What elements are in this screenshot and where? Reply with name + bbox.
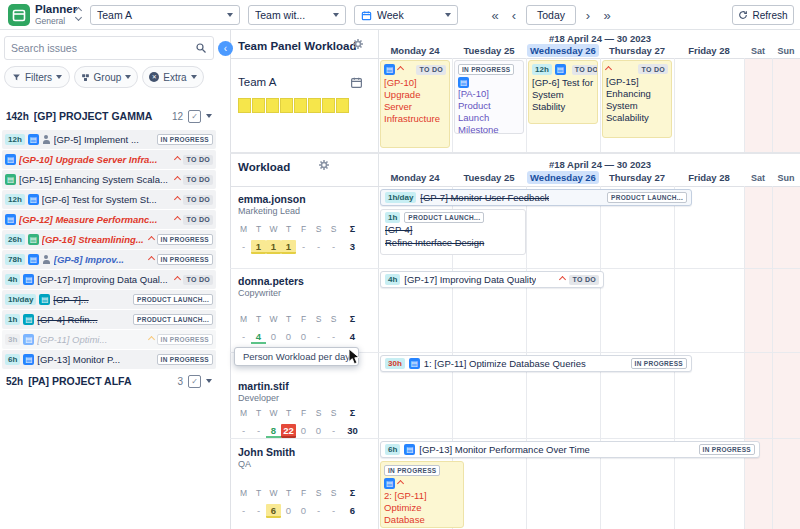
issue-summary: [GP-8] Improv... — [54, 254, 146, 265]
refresh-button[interactable]: Refresh — [732, 5, 794, 25]
priority-high-icon — [148, 236, 155, 243]
extra-icon: ✕ — [149, 72, 159, 82]
issue-row-gp4[interactable]: 1h ▤ [GP-4] Refin... PRODUCT LAUNCH... — [2, 310, 216, 329]
search-icon[interactable] — [195, 42, 207, 54]
extra-button[interactable]: ✕ Extra — [142, 66, 204, 88]
header-divider — [230, 186, 800, 187]
issue-summary: [GP-11] Optimi... — [37, 334, 145, 345]
project-header-gamma[interactable]: 142h [GP] PROJECT GAMMA 12 ✓ — [2, 106, 216, 126]
assignee-icon — [42, 135, 51, 144]
topbar: Planner General Team A Team wit... Week … — [0, 0, 800, 30]
status-badge: IN PROGRESS — [699, 444, 755, 455]
project-count: 3 — [177, 376, 183, 387]
team-panel-settings-gear-icon[interactable] — [352, 38, 364, 52]
issue-summary: [GP-17] Improving Data Qual... — [37, 274, 172, 285]
task-type-icon: ▤ — [409, 358, 420, 369]
status-badge: TO DO — [183, 215, 213, 225]
day-header-monday: Monday 24 — [378, 172, 452, 183]
status-badge: PRODUCT LAUNCH... — [133, 314, 213, 325]
task-card-gp15[interactable]: TO DO [GP-15] Enhancing System Scalabili… — [602, 60, 672, 138]
group-button[interactable]: Group — [74, 66, 138, 88]
chevron-down-icon — [227, 13, 233, 17]
task-bar-gp17[interactable]: 4h [GP-17] Improving Data Quality TO DO — [380, 271, 604, 288]
nav-last-button[interactable]: » — [598, 5, 616, 25]
today-button[interactable]: Today — [526, 5, 576, 25]
issue-summary: [GP-16] Streamlining... — [42, 234, 146, 245]
nav-next-button[interactable]: › — [580, 5, 596, 25]
issue-summary: [GP-4] Refin... — [37, 314, 130, 325]
priority-high-icon — [174, 216, 181, 223]
task-bar-gp7[interactable]: 1h/day [GP-7] Monitor User Feedback PROD… — [380, 189, 692, 206]
period-select[interactable]: Week — [354, 5, 458, 25]
person-name[interactable]: donna.peters — [238, 275, 304, 287]
team-row-label: Team A — [238, 76, 276, 88]
status-badge: IN PROGRESS — [157, 254, 213, 265]
priority-high-icon — [148, 256, 155, 263]
app-logo-icon[interactable] — [8, 4, 30, 26]
issue-row-gp7[interactable]: 1h/day ▤ [GP-7]... PRODUCT LAUNCH... — [2, 290, 216, 309]
issue-summary: [GP-5] Implement ... — [54, 134, 154, 145]
refresh-icon — [738, 10, 748, 20]
task-card-gp11-second[interactable]: IN PROGRESS ▤ 2: [GP-11] Optimize Databa… — [380, 461, 464, 528]
issue-summary: [GP-15] Enhancing System Scala... — [19, 174, 172, 185]
sidebar-collapse-button[interactable]: ‹ — [218, 41, 233, 56]
week-range-label: #18 April 24 — 30 2023 — [490, 159, 710, 170]
task-bar-title: [GP-13] Monitor Performance Over Time — [419, 444, 590, 455]
scope-select[interactable]: Team wit... — [248, 5, 346, 25]
task-type-icon: ▤ — [5, 154, 16, 165]
calendar-type-icon: ▤ — [39, 294, 50, 305]
select-all-checkbox[interactable]: ✓ — [188, 375, 201, 388]
task-card-title: 2: [GP-11] Optimize Database Queries — [384, 490, 460, 528]
task-type-icon: ▤ — [23, 274, 34, 285]
task-bar-gp4[interactable]: 1h PRODUCT LAUNCH... [GP-4] Refine Inter… — [380, 209, 526, 255]
priority-medium-icon — [148, 336, 155, 343]
estimate-badge: 6h — [5, 354, 20, 365]
issue-row-gp15[interactable]: ▤ [GP-15] Enhancing System Scala... TO D… — [2, 170, 216, 189]
task-card-gp10[interactable]: ▤ TO DO [GP-10] Upgrade Server Infrastru… — [380, 60, 450, 148]
team-panel-edit-icon[interactable] — [350, 76, 363, 91]
search-input[interactable] — [11, 42, 191, 54]
person-workload-values: -111---3 — [236, 240, 360, 254]
priority-high-icon — [559, 276, 566, 283]
task-card-pa10[interactable]: IN PROGRESS ▤ [PA-10] Product Launch Mil… — [454, 60, 524, 134]
nav-prev-button[interactable]: ‹ — [506, 5, 522, 25]
filters-button[interactable]: Filters — [4, 66, 70, 88]
assignee-icon — [42, 255, 51, 264]
issue-row-gp6[interactable]: 12h ▤ [GP-6] Test for System St... TO DO — [2, 190, 216, 209]
issue-row-gp8[interactable]: 78h ▤ [GP-8] Improv... IN PROGRESS — [2, 250, 216, 269]
task-card-gp6[interactable]: 12h ▤ TO DO [GP-6] Test for System Stabi… — [528, 60, 598, 124]
issue-row-gp17[interactable]: 4h ▤ [GP-17] Improving Data Qual... TO D… — [2, 270, 216, 289]
status-badge: IN PROGRESS — [157, 134, 213, 145]
status-badge: IN PROGRESS — [631, 358, 687, 369]
extra-label: Extra — [163, 72, 186, 83]
issue-row-gp11[interactable]: 3h ▤ [GP-11] Optimi... IN PROGRESS — [2, 330, 216, 349]
nav-first-button[interactable]: « — [486, 5, 504, 25]
task-bar-title: Refine Interface Design — [385, 236, 521, 249]
chevron-down-icon — [206, 114, 212, 118]
day-header-saturday: Sat — [744, 46, 772, 56]
select-all-checkbox[interactable]: ✓ — [188, 110, 201, 123]
status-badge: IN PROGRESS — [458, 64, 514, 75]
person-name[interactable]: John Smith — [238, 446, 295, 458]
project-header-alfa[interactable]: 52h [PA] PROJECT ALFA 3 ✓ — [2, 371, 216, 391]
task-bar-gp13[interactable]: 6h ▤ [GP-13] Monitor Performance Over Ti… — [380, 441, 760, 458]
project-label: [GP] PROJECT GAMMA — [34, 110, 167, 122]
team-select[interactable]: Team A — [90, 5, 240, 25]
issue-row-gp16[interactable]: 26h ▤ [GP-16] Streamlining... IN PROGRES… — [2, 230, 216, 249]
issue-row-gp5[interactable]: 12h ▤ [GP-5] Implement ... IN PROGRESS — [2, 130, 216, 149]
day-header-friday: Friday 28 — [674, 45, 744, 56]
person-name[interactable]: emma.jonson — [238, 193, 306, 205]
workload-settings-gear-icon[interactable] — [318, 159, 330, 173]
issue-row-gp12[interactable]: ▤ [GP-12] Measure Performanc... TO DO — [2, 210, 216, 229]
issue-row-gp10[interactable]: ▤ [GP-10] Upgrade Server Infra... TO DO — [2, 150, 216, 169]
scope-select-value: Team wit... — [255, 9, 328, 21]
task-bar-gp11-first[interactable]: 30h ▤ 1: [GP-11] Optimize Database Queri… — [380, 355, 692, 372]
person-day-letters: MTWTFSSΣ — [236, 314, 360, 324]
team-select-value: Team A — [97, 9, 222, 21]
project-count: 12 — [172, 111, 183, 122]
issue-row-gp13[interactable]: 6h ▤ [GP-13] Monitor P... IN PROGRESS — [2, 350, 216, 369]
app-switcher-icon[interactable] — [76, 8, 81, 20]
person-name[interactable]: martin.stif — [238, 380, 289, 392]
day-header-thursday: Thursday 27 — [600, 45, 674, 56]
issue-summary: [GP-6] Test for System St... — [42, 194, 173, 205]
